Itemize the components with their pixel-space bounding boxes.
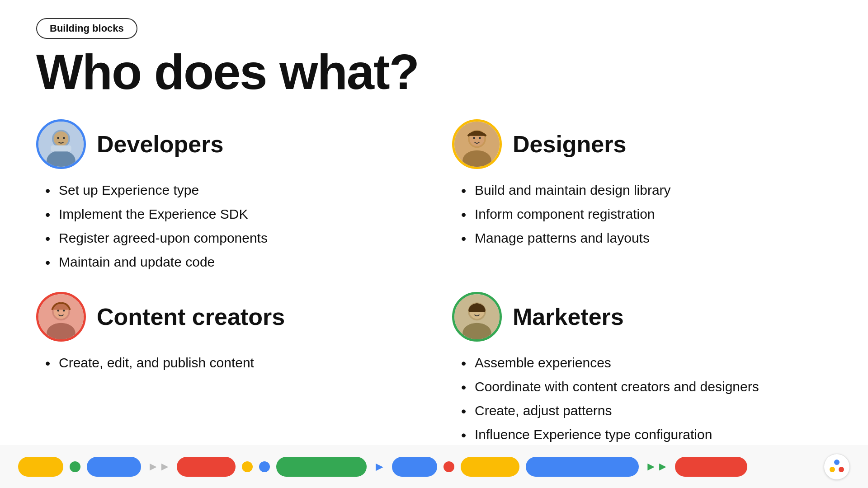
role-header-marketers: Marketers xyxy=(452,292,832,342)
role-items-marketers: Assemble experiences Coordinate with con… xyxy=(452,351,832,446)
nav-double-arrows-green: ►► xyxy=(645,460,668,474)
avatar-designers xyxy=(452,119,502,169)
list-item: Implement the Experience SDK xyxy=(45,202,416,226)
svg-point-12 xyxy=(479,137,481,139)
list-item: Inform component registration xyxy=(461,202,832,226)
nav-arrows-gray: ►► xyxy=(147,460,170,474)
page-title: Who does what? xyxy=(36,47,832,97)
svg-point-4 xyxy=(57,137,59,139)
bottom-navigation-bar: ►► ► ►► xyxy=(0,445,868,488)
role-items-developers: Set up Experience type Implement the Exp… xyxy=(36,178,416,274)
avatar-marketers xyxy=(452,292,502,342)
list-item: Register agreed-upon components xyxy=(45,226,416,250)
list-item: Assemble experiences xyxy=(461,351,832,375)
nav-dot-yellow-1[interactable] xyxy=(242,461,253,472)
role-header-designers: Designers xyxy=(452,119,832,169)
list-item: Build and maintain design library xyxy=(461,178,832,202)
role-items-designers: Build and maintain design library Inform… xyxy=(452,178,832,250)
nav-dot-blue-1[interactable] xyxy=(259,461,270,472)
svg-rect-25 xyxy=(469,310,485,312)
role-designers: Designers Build and maintain design libr… xyxy=(452,119,832,274)
role-name-designers: Designers xyxy=(513,132,626,156)
role-header-content: Content creators xyxy=(36,292,416,342)
nav-pill-green-1[interactable] xyxy=(276,457,367,477)
nav-pill-blue-3[interactable] xyxy=(526,457,639,477)
role-header-developers: Developers xyxy=(36,119,416,169)
list-item: Coordinate with content creators and des… xyxy=(461,375,832,399)
list-item: Create, adjust patterns xyxy=(461,399,832,422)
list-item: Maintain and update code xyxy=(45,250,416,274)
svg-point-3 xyxy=(54,131,69,146)
avatar-content xyxy=(36,292,86,342)
svg-point-26 xyxy=(834,460,840,465)
main-content: Building blocks Who does what? xyxy=(0,0,868,446)
roles-grid: Developers Set up Experience type Implem… xyxy=(36,119,832,446)
nav-arrow-blue: ► xyxy=(373,460,386,474)
role-developers: Developers Set up Experience type Implem… xyxy=(36,119,416,274)
svg-point-5 xyxy=(63,137,65,139)
svg-point-18 xyxy=(63,310,65,312)
svg-point-11 xyxy=(473,137,475,139)
role-marketers: Marketers Assemble experiences Coordinat… xyxy=(452,292,832,446)
role-items-content: Create, edit, and publish content xyxy=(36,351,416,375)
nav-pill-blue-1[interactable] xyxy=(87,457,141,477)
avatar-developers xyxy=(36,119,86,169)
list-item: Manage patterns and layouts xyxy=(461,226,832,250)
role-content-creators: Content creators Create, edit, and publi… xyxy=(36,292,416,446)
nav-pill-red-1[interactable] xyxy=(177,457,236,477)
nav-dot-green-1[interactable] xyxy=(70,461,80,472)
role-name-marketers: Marketers xyxy=(513,305,624,328)
svg-point-17 xyxy=(57,310,59,312)
badge: Building blocks xyxy=(36,18,137,39)
list-item: Set up Experience type xyxy=(45,178,416,202)
role-name-developers: Developers xyxy=(97,132,223,156)
nav-pill-blue-2[interactable] xyxy=(392,457,437,477)
nav-dot-red-1[interactable] xyxy=(443,461,454,472)
list-item: Influence Experience type configuration xyxy=(461,422,832,446)
nav-pill-yellow-1[interactable] xyxy=(18,457,63,477)
svg-rect-6 xyxy=(51,145,71,152)
list-item: Create, edit, and publish content xyxy=(45,351,416,375)
logo-button[interactable] xyxy=(824,454,850,480)
badge-label: Building blocks xyxy=(50,23,124,34)
nav-pill-yellow-2[interactable] xyxy=(461,457,519,477)
nav-pill-red-2[interactable] xyxy=(675,457,747,477)
svg-point-28 xyxy=(830,467,835,472)
svg-point-27 xyxy=(839,467,844,472)
role-name-content: Content creators xyxy=(97,305,285,328)
